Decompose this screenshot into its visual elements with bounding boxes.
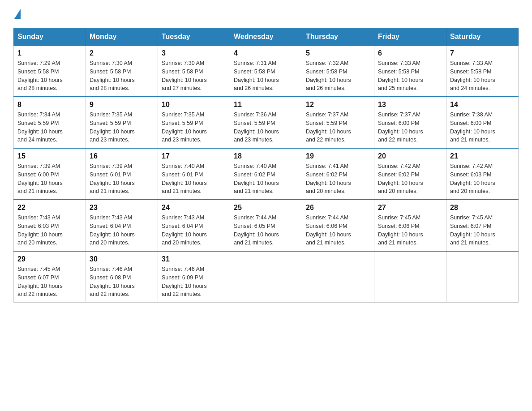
day-number: 14	[450, 101, 515, 109]
calendar-cell	[302, 251, 374, 303]
day-number: 4	[234, 49, 298, 57]
day-info: Sunrise: 7:35 AMSunset: 5:59 PMDaylight:…	[90, 111, 154, 144]
calendar-cell: 19Sunrise: 7:41 AMSunset: 6:02 PMDayligh…	[302, 148, 374, 200]
calendar-cell: 20Sunrise: 7:42 AMSunset: 6:02 PMDayligh…	[374, 148, 446, 200]
day-number: 5	[306, 49, 370, 57]
weekday-header-tuesday: Tuesday	[158, 28, 230, 46]
day-number: 27	[378, 204, 442, 212]
day-number: 7	[450, 49, 515, 57]
calendar-cell	[446, 251, 519, 303]
day-info: Sunrise: 7:44 AMSunset: 6:06 PMDaylight:…	[306, 214, 370, 247]
calendar-cell: 25Sunrise: 7:44 AMSunset: 6:05 PMDayligh…	[230, 200, 302, 251]
calendar-cell: 15Sunrise: 7:39 AMSunset: 6:00 PMDayligh…	[14, 148, 86, 200]
day-info: Sunrise: 7:33 AMSunset: 5:58 PMDaylight:…	[450, 59, 515, 93]
calendar-cell: 18Sunrise: 7:40 AMSunset: 6:02 PMDayligh…	[230, 148, 302, 200]
weekday-header-friday: Friday	[374, 28, 446, 46]
weekday-header-row: SundayMondayTuesdayWednesdayThursdayFrid…	[14, 28, 519, 46]
weekday-header-wednesday: Wednesday	[230, 28, 302, 46]
day-info: Sunrise: 7:45 AMSunset: 6:07 PMDaylight:…	[17, 265, 82, 299]
weekday-header-monday: Monday	[86, 28, 158, 46]
day-number: 2	[90, 49, 154, 57]
day-number: 23	[90, 204, 154, 212]
calendar-week-row: 1Sunrise: 7:29 AMSunset: 5:58 PMDaylight…	[14, 46, 519, 97]
calendar-cell: 4Sunrise: 7:31 AMSunset: 5:58 PMDaylight…	[230, 46, 302, 97]
day-number: 17	[162, 152, 226, 160]
day-info: Sunrise: 7:30 AMSunset: 5:58 PMDaylight:…	[90, 59, 154, 93]
calendar-cell: 1Sunrise: 7:29 AMSunset: 5:58 PMDaylight…	[14, 46, 86, 97]
calendar-week-row: 22Sunrise: 7:43 AMSunset: 6:03 PMDayligh…	[14, 200, 519, 251]
calendar-cell: 6Sunrise: 7:33 AMSunset: 5:58 PMDaylight…	[374, 46, 446, 97]
day-number: 24	[162, 204, 226, 212]
calendar-cell: 24Sunrise: 7:43 AMSunset: 6:04 PMDayligh…	[158, 200, 230, 251]
day-number: 30	[90, 255, 154, 263]
day-info: Sunrise: 7:46 AMSunset: 6:09 PMDaylight:…	[162, 265, 226, 299]
calendar-cell: 3Sunrise: 7:30 AMSunset: 5:58 PMDaylight…	[158, 46, 230, 97]
calendar-cell: 22Sunrise: 7:43 AMSunset: 6:03 PMDayligh…	[14, 200, 86, 251]
day-info: Sunrise: 7:44 AMSunset: 6:05 PMDaylight:…	[234, 214, 298, 247]
day-info: Sunrise: 7:38 AMSunset: 6:00 PMDaylight:…	[450, 111, 515, 144]
day-info: Sunrise: 7:42 AMSunset: 6:02 PMDaylight:…	[378, 162, 442, 196]
day-info: Sunrise: 7:37 AMSunset: 5:59 PMDaylight:…	[306, 111, 370, 144]
day-info: Sunrise: 7:43 AMSunset: 6:03 PMDaylight:…	[17, 214, 82, 247]
calendar-cell: 9Sunrise: 7:35 AMSunset: 5:59 PMDaylight…	[86, 97, 158, 148]
calendar-cell: 29Sunrise: 7:45 AMSunset: 6:07 PMDayligh…	[14, 251, 86, 303]
weekday-header-saturday: Saturday	[446, 28, 519, 46]
calendar-cell: 2Sunrise: 7:30 AMSunset: 5:58 PMDaylight…	[86, 46, 158, 97]
day-number: 31	[162, 255, 226, 263]
day-number: 15	[17, 152, 82, 160]
calendar-cell: 31Sunrise: 7:46 AMSunset: 6:09 PMDayligh…	[158, 251, 230, 303]
calendar-cell: 10Sunrise: 7:35 AMSunset: 5:59 PMDayligh…	[158, 97, 230, 148]
day-number: 8	[17, 101, 82, 109]
day-number: 25	[234, 204, 298, 212]
day-info: Sunrise: 7:45 AMSunset: 6:07 PMDaylight:…	[450, 214, 515, 247]
logo	[13, 9, 21, 19]
day-info: Sunrise: 7:34 AMSunset: 5:59 PMDaylight:…	[17, 111, 82, 144]
logo-triangle-icon	[14, 9, 21, 19]
weekday-header-sunday: Sunday	[14, 28, 86, 46]
day-number: 28	[450, 204, 515, 212]
day-info: Sunrise: 7:46 AMSunset: 6:08 PMDaylight:…	[90, 265, 154, 299]
calendar-cell: 28Sunrise: 7:45 AMSunset: 6:07 PMDayligh…	[446, 200, 519, 251]
day-number: 10	[162, 101, 226, 109]
calendar-cell: 13Sunrise: 7:37 AMSunset: 6:00 PMDayligh…	[374, 97, 446, 148]
calendar-cell: 12Sunrise: 7:37 AMSunset: 5:59 PMDayligh…	[302, 97, 374, 148]
day-info: Sunrise: 7:30 AMSunset: 5:58 PMDaylight:…	[162, 59, 226, 93]
day-info: Sunrise: 7:40 AMSunset: 6:02 PMDaylight:…	[234, 162, 298, 196]
calendar-cell: 7Sunrise: 7:33 AMSunset: 5:58 PMDaylight…	[446, 46, 519, 97]
day-number: 19	[306, 152, 370, 160]
day-number: 3	[162, 49, 226, 57]
calendar-cell: 5Sunrise: 7:32 AMSunset: 5:58 PMDaylight…	[302, 46, 374, 97]
day-info: Sunrise: 7:32 AMSunset: 5:58 PMDaylight:…	[306, 59, 370, 93]
calendar-cell	[374, 251, 446, 303]
day-info: Sunrise: 7:36 AMSunset: 5:59 PMDaylight:…	[234, 111, 298, 144]
day-number: 11	[234, 101, 298, 109]
calendar-cell: 23Sunrise: 7:43 AMSunset: 6:04 PMDayligh…	[86, 200, 158, 251]
calendar-week-row: 29Sunrise: 7:45 AMSunset: 6:07 PMDayligh…	[14, 251, 519, 303]
day-info: Sunrise: 7:39 AMSunset: 6:01 PMDaylight:…	[90, 162, 154, 196]
day-info: Sunrise: 7:43 AMSunset: 6:04 PMDaylight:…	[90, 214, 154, 247]
page-header	[13, 9, 519, 19]
calendar-week-row: 15Sunrise: 7:39 AMSunset: 6:00 PMDayligh…	[14, 148, 519, 200]
day-number: 21	[450, 152, 515, 160]
day-number: 9	[90, 101, 154, 109]
calendar-cell: 17Sunrise: 7:40 AMSunset: 6:01 PMDayligh…	[158, 148, 230, 200]
day-number: 20	[378, 152, 442, 160]
day-number: 1	[17, 49, 82, 57]
day-info: Sunrise: 7:31 AMSunset: 5:58 PMDaylight:…	[234, 59, 298, 93]
calendar-cell: 30Sunrise: 7:46 AMSunset: 6:08 PMDayligh…	[86, 251, 158, 303]
day-info: Sunrise: 7:42 AMSunset: 6:03 PMDaylight:…	[450, 162, 515, 196]
day-number: 13	[378, 101, 442, 109]
day-number: 16	[90, 152, 154, 160]
calendar-cell	[230, 251, 302, 303]
day-info: Sunrise: 7:29 AMSunset: 5:58 PMDaylight:…	[17, 59, 82, 93]
calendar-cell: 8Sunrise: 7:34 AMSunset: 5:59 PMDaylight…	[14, 97, 86, 148]
calendar-cell: 27Sunrise: 7:45 AMSunset: 6:06 PMDayligh…	[374, 200, 446, 251]
day-info: Sunrise: 7:43 AMSunset: 6:04 PMDaylight:…	[162, 214, 226, 247]
day-info: Sunrise: 7:41 AMSunset: 6:02 PMDaylight:…	[306, 162, 370, 196]
day-info: Sunrise: 7:35 AMSunset: 5:59 PMDaylight:…	[162, 111, 226, 144]
day-number: 22	[17, 204, 82, 212]
calendar-cell: 14Sunrise: 7:38 AMSunset: 6:00 PMDayligh…	[446, 97, 519, 148]
day-info: Sunrise: 7:33 AMSunset: 5:58 PMDaylight:…	[378, 59, 442, 93]
day-number: 18	[234, 152, 298, 160]
day-number: 26	[306, 204, 370, 212]
